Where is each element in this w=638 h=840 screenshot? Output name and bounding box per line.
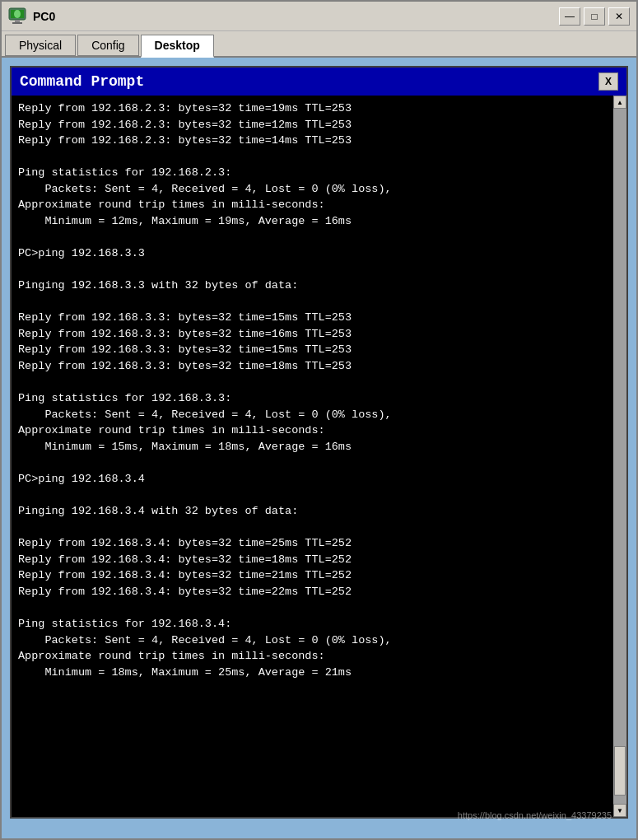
scroll-down-button[interactable]: ▼ (613, 804, 626, 817)
cmd-title-text: Command Prompt (20, 73, 144, 90)
title-bar: PC0 — □ ✕ (2, 2, 636, 31)
window-controls: — □ ✕ (559, 7, 630, 26)
tab-bar: Physical Config Desktop (2, 31, 636, 58)
scroll-thumb[interactable] (614, 746, 626, 796)
cmd-title-bar: Command Prompt X (12, 68, 626, 96)
cmd-output[interactable]: Reply from 192.168.2.3: bytes=32 time=19… (12, 96, 613, 817)
svg-point-4 (14, 10, 21, 18)
command-prompt-window: Command Prompt X Reply from 192.168.2.3:… (10, 66, 628, 819)
svg-rect-2 (15, 20, 20, 22)
cmd-scrollbar: ▲ ▼ (613, 96, 626, 817)
scroll-track[interactable] (613, 109, 626, 804)
main-window: PC0 — □ ✕ Physical Config Desktop Comman… (0, 0, 638, 840)
tab-config[interactable]: Config (77, 35, 138, 56)
close-window-button[interactable]: ✕ (608, 7, 630, 26)
tab-physical[interactable]: Physical (5, 35, 76, 56)
maximize-button[interactable]: □ (584, 7, 605, 26)
scroll-up-button[interactable]: ▲ (613, 96, 626, 109)
app-icon (8, 7, 26, 26)
tab-desktop[interactable]: Desktop (141, 35, 214, 58)
cmd-body-wrapper: Reply from 192.168.2.3: bytes=32 time=19… (12, 96, 626, 817)
minimize-button[interactable]: — (559, 7, 580, 26)
cmd-close-button[interactable]: X (598, 72, 618, 91)
window-title: PC0 (33, 10, 559, 23)
content-area: Command Prompt X Reply from 192.168.2.3:… (2, 58, 636, 838)
svg-rect-3 (12, 22, 22, 24)
